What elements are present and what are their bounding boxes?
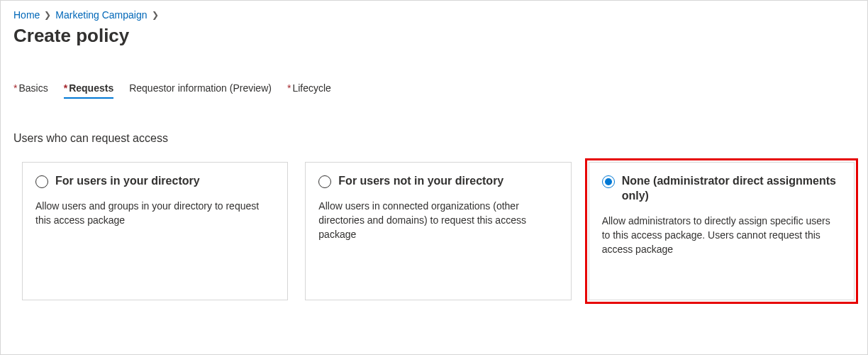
option-users-in-directory[interactable]: For users in your directory Allow users … bbox=[22, 162, 288, 300]
tab-requestor-information[interactable]: Requestor information (Preview) bbox=[129, 82, 272, 98]
tabs: *Basics *Requests Requestor information … bbox=[13, 82, 855, 98]
option-none-admin-only[interactable]: None (administrator direct assignments o… bbox=[589, 162, 855, 300]
radio-checked-icon[interactable] bbox=[602, 175, 615, 188]
radio-unchecked-icon[interactable] bbox=[318, 175, 331, 188]
tab-lifecycle[interactable]: *Lifecycle bbox=[287, 82, 331, 98]
radio-unchecked-icon[interactable] bbox=[35, 175, 48, 188]
option-title: For users in your directory bbox=[55, 174, 200, 189]
option-title: None (administrator direct assignments o… bbox=[622, 174, 841, 204]
options-row: For users in your directory Allow users … bbox=[13, 162, 855, 300]
section-heading: Users who can request access bbox=[13, 132, 855, 145]
breadcrumb-marketing-campaign[interactable]: Marketing Campaign bbox=[55, 9, 147, 21]
tab-requests[interactable]: *Requests bbox=[64, 82, 113, 98]
page-title: Create policy bbox=[13, 25, 855, 47]
option-title: For users not in your directory bbox=[338, 174, 503, 189]
option-users-not-in-directory[interactable]: For users not in your directory Allow us… bbox=[305, 162, 571, 300]
option-description: Allow administrators to directly assign … bbox=[602, 214, 841, 257]
chevron-right-icon: ❯ bbox=[44, 10, 51, 20]
chevron-right-icon: ❯ bbox=[152, 10, 159, 20]
option-description: Allow users in connected organizations (… bbox=[318, 199, 557, 242]
breadcrumb-home[interactable]: Home bbox=[13, 9, 40, 21]
tab-basics[interactable]: *Basics bbox=[13, 82, 48, 98]
option-description: Allow users and groups in your directory… bbox=[35, 199, 274, 228]
breadcrumb: Home ❯ Marketing Campaign ❯ bbox=[13, 9, 855, 21]
